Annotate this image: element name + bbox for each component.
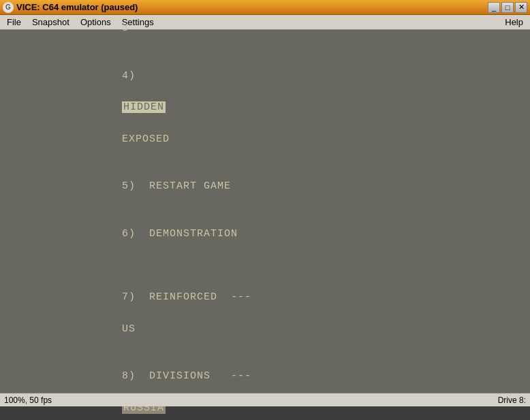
opt3-val2: 2 [122, 0, 129, 2]
option4-line: 4) HIDDEN EXPOSED [67, 52, 463, 163]
opt3-val3: 3 [122, 22, 129, 34]
window-controls[interactable]: _ □ ✕ [488, 2, 527, 13]
opt4-exposed: EXPOSED [122, 133, 170, 145]
option6-line: 6) DEMONSTRATION [67, 210, 463, 258]
close-button[interactable]: ✕ [515, 2, 527, 13]
option8-line: 8) DIVISIONS --- RUSSIA [67, 353, 463, 420]
app-icon: G [3, 2, 14, 13]
option3-line: 3) LEVEL 1 2 3 [67, 0, 463, 52]
blank-line2 [67, 258, 463, 274]
option7-line: 7) REINFORCED --- US [67, 274, 463, 353]
status-bar: 100%, 50 fps Drive 8: [0, 393, 530, 406]
minimize-button[interactable]: _ [488, 2, 500, 13]
c64-screen: R.D.F. 1985 OPTIONS 1) TWO PLAYER SOLITA… [20, 42, 510, 395]
option5-line: 5) RESTART GAME [67, 163, 463, 210]
status-drive: Drive 8: [498, 395, 526, 405]
menu-help[interactable]: Help [499, 16, 529, 29]
maximize-button[interactable]: □ [501, 2, 514, 13]
status-fps: 100%, 50 fps [4, 395, 52, 405]
opt7-value: US [122, 323, 136, 335]
screen-content: R.D.F. 1985 OPTIONS 1) TWO PLAYER SOLITA… [54, 0, 476, 420]
opt4-hidden: HIDDEN [122, 101, 166, 113]
menu-file[interactable]: File [1, 16, 27, 29]
emulator-area: R.D.F. 1985 OPTIONS 1) TWO PLAYER SOLITA… [0, 30, 530, 406]
